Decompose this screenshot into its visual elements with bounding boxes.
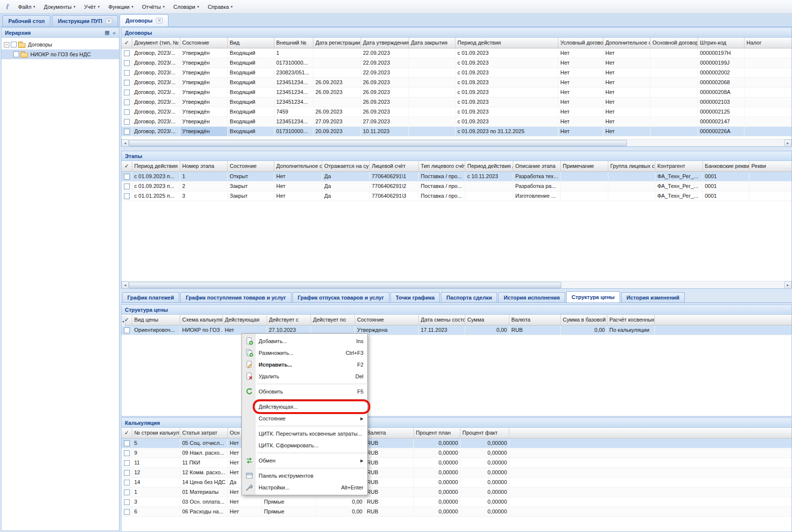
main-tab-3[interactable]: Договоры✕ bbox=[120, 14, 168, 26]
scroll-left-icon[interactable]: ◂ bbox=[121, 139, 129, 147]
column-header[interactable]: Дата смены состо bbox=[419, 315, 465, 325]
checkbox[interactable] bbox=[124, 50, 130, 56]
table-row[interactable]: Договор, 2023/...УтверждёнВходящий122.09… bbox=[121, 48, 792, 58]
table-row[interactable]: Ориентировоч...НИОКР по ГОЗ ...Нет27.10.… bbox=[121, 325, 792, 335]
row-checkbox-cell[interactable] bbox=[121, 325, 132, 335]
row-checkbox-cell[interactable] bbox=[121, 497, 132, 507]
column-header[interactable]: № строки калькул bbox=[132, 428, 180, 438]
scroll-right-icon[interactable]: ▸ bbox=[784, 281, 792, 289]
checkbox[interactable] bbox=[13, 51, 19, 57]
column-header[interactable]: Период действия bbox=[132, 161, 180, 171]
table-row[interactable]: Договор, 2023/...УтверждёнВходящий230823… bbox=[121, 68, 792, 78]
checkbox[interactable] bbox=[124, 70, 130, 76]
menu-item-6[interactable]: ОбновитьF5 bbox=[242, 386, 367, 397]
contracts-hscrollbar[interactable]: ◂ ▸ bbox=[121, 139, 792, 146]
etapy-hscrollbar[interactable]: ◂ ▸ bbox=[121, 281, 792, 288]
column-header[interactable]: Дата закрытия bbox=[409, 38, 456, 48]
checkbox[interactable] bbox=[124, 99, 130, 105]
menubar-item-5[interactable]: Отчёты▾ bbox=[138, 1, 169, 12]
menu-item-17[interactable]: Настройки...Alt+Enter bbox=[242, 482, 367, 493]
row-checkbox-cell[interactable] bbox=[121, 448, 132, 458]
row-checkbox-cell[interactable] bbox=[121, 191, 132, 201]
grid-icon[interactable]: ▦ bbox=[104, 29, 109, 36]
column-header[interactable]: Налог bbox=[744, 38, 792, 48]
column-header[interactable]: Рекви bbox=[749, 161, 792, 171]
menu-item-16[interactable]: Панель инструментов bbox=[242, 470, 367, 482]
checkbox[interactable] bbox=[124, 119, 130, 125]
main-tab-2[interactable]: Инструкции ПУП✕ bbox=[52, 15, 118, 26]
close-icon[interactable]: ✕ bbox=[106, 18, 113, 24]
row-checkbox-cell[interactable] bbox=[121, 88, 132, 97]
row-checkbox-cell[interactable] bbox=[121, 439, 132, 448]
column-header[interactable]: Группа лицевых с bbox=[608, 161, 655, 171]
column-header[interactable]: Сумма в базовой в bbox=[561, 315, 607, 325]
checkbox[interactable] bbox=[124, 509, 130, 515]
table-row[interactable]: 1212 Комм. расхо...НетRUB0,000000,00000 bbox=[121, 468, 792, 478]
scrollbar-thumb[interactable] bbox=[129, 282, 561, 288]
checkbox[interactable] bbox=[124, 440, 130, 446]
table-row[interactable]: с 01.09.2023 п...1ОткрытНетДа7706406291\… bbox=[121, 172, 792, 182]
column-header[interactable]: Статья затрат bbox=[180, 428, 228, 438]
column-header[interactable]: Процент план bbox=[414, 428, 460, 438]
menu-item-2[interactable]: Размножить...Ctrl+F3 bbox=[242, 347, 367, 359]
row-checkbox-cell[interactable] bbox=[121, 48, 132, 58]
column-header[interactable]: Схема калькуляци bbox=[180, 315, 223, 325]
menu-item-11[interactable]: ЦИТК. Пересчитать косвенные затраты... bbox=[242, 428, 367, 439]
menubar-item-7[interactable]: Справка▾ bbox=[203, 1, 237, 12]
checkbox[interactable] bbox=[124, 489, 130, 495]
scroll-left-icon[interactable]: ◂ bbox=[121, 281, 129, 289]
column-header[interactable]: Документ (тип, № bbox=[132, 38, 180, 48]
column-header[interactable]: ✓ bbox=[121, 161, 132, 171]
column-header[interactable]: Основной договор bbox=[650, 38, 698, 48]
table-row[interactable]: Договор, 2023/...УтверждёнВходящий123451… bbox=[121, 117, 792, 127]
column-header[interactable]: Контрагент bbox=[655, 161, 703, 171]
column-header[interactable]: ✓ bbox=[121, 38, 132, 48]
table-row[interactable]: Договор, 2023/...УтверждёнВходящий017310… bbox=[121, 58, 792, 68]
subtab-6[interactable]: История исполнения bbox=[498, 292, 565, 302]
menu-item-12[interactable]: ЦИТК. Сформировать... bbox=[242, 439, 367, 451]
tree-collapse-icon[interactable]: − bbox=[4, 42, 9, 47]
menubar-item-4[interactable]: Функции▾ bbox=[104, 1, 138, 12]
table-row[interactable]: 1414 Цена без НДСДаRUB0,000000,00000 bbox=[121, 478, 792, 487]
row-checkbox-cell[interactable] bbox=[121, 117, 132, 126]
table-row[interactable]: 505 Соц. отчисл...НетRUB0,000000,00000 bbox=[121, 439, 792, 448]
checkbox[interactable] bbox=[124, 450, 130, 456]
checkbox[interactable] bbox=[124, 174, 130, 180]
table-row[interactable]: 101 МатериалыНетПрямые0,00RUB0,000000,00… bbox=[121, 487, 792, 497]
table-row[interactable]: Договор, 2023/...УтверждёнВходящий123451… bbox=[121, 88, 792, 97]
menu-item-9[interactable]: Состояние▶ bbox=[242, 413, 367, 424]
subtab-1[interactable]: График платежей bbox=[122, 292, 179, 302]
table-row[interactable]: 303 Осн. оплата...НетПрямые0,00RUB0,0000… bbox=[121, 497, 792, 507]
table-row[interactable]: 606 Расходы на...НетПрямые0,00RUB0,00000… bbox=[121, 507, 792, 517]
checkbox[interactable] bbox=[124, 109, 130, 115]
menu-item-4[interactable]: УдалитьDel bbox=[242, 370, 367, 382]
tree-item-dogovory[interactable]: − Договоры bbox=[1, 40, 119, 49]
column-header[interactable]: Валюта bbox=[509, 315, 561, 325]
table-row[interactable]: 1111 ПКИНетRUB0,000000,00000 bbox=[121, 458, 792, 468]
column-header[interactable]: Вид цены bbox=[132, 315, 180, 325]
column-header[interactable]: Процент факт bbox=[460, 428, 509, 438]
subtab-2[interactable]: График поступления товаров и услуг bbox=[180, 292, 291, 302]
column-header[interactable]: Описание этапа bbox=[513, 161, 561, 171]
row-checkbox-cell[interactable] bbox=[121, 127, 132, 136]
menu-item-14[interactable]: Обмен▶ bbox=[242, 455, 367, 466]
column-header[interactable]: Валюта bbox=[365, 428, 414, 438]
menu-item-1[interactable]: Добавить...Ins bbox=[242, 335, 367, 347]
column-header[interactable]: Период действия bbox=[456, 38, 558, 48]
checkbox[interactable] bbox=[124, 327, 130, 333]
column-header[interactable]: Действует с bbox=[267, 315, 311, 325]
column-header[interactable]: Номер этапа bbox=[180, 161, 228, 171]
collapse-panel-icon[interactable]: « bbox=[113, 30, 116, 36]
column-header[interactable]: Дополнительное с bbox=[274, 161, 322, 171]
close-icon[interactable]: ✕ bbox=[156, 18, 163, 23]
table-row[interactable]: 909 Накл. расхо...НетRUB0,000000,00000 bbox=[121, 448, 792, 458]
menu-item-8[interactable]: Действующая... bbox=[242, 401, 367, 413]
checkbox[interactable] bbox=[124, 460, 130, 466]
menubar-item-1[interactable]: Файл▾ bbox=[14, 1, 40, 12]
checkbox[interactable] bbox=[124, 90, 130, 95]
column-header[interactable]: ✓ bbox=[121, 428, 132, 438]
tree-item-niokr[interactable]: НИОКР по ГОЗ без НДС bbox=[1, 49, 119, 59]
column-header[interactable]: Действует по bbox=[311, 315, 355, 325]
column-header[interactable]: Отражается на су bbox=[322, 161, 370, 171]
checkbox[interactable] bbox=[124, 184, 130, 189]
